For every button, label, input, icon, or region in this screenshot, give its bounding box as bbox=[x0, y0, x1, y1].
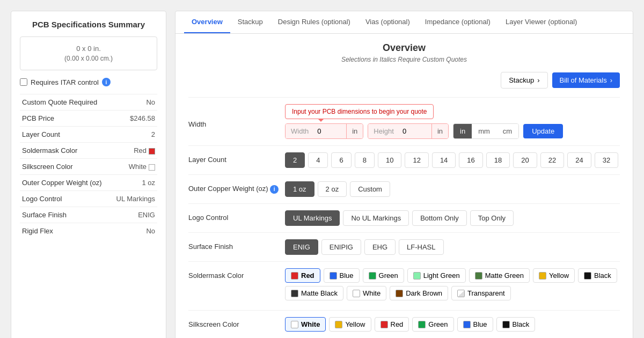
soldermask-red-button[interactable]: Red bbox=[285, 268, 320, 283]
soldermask-matte-green-button[interactable]: Matte Green bbox=[469, 268, 530, 283]
soldermask-row2: Matte Black White Dark Brown Transparent bbox=[285, 286, 620, 300]
layer-count-14-button[interactable]: 14 bbox=[432, 152, 456, 168]
silkscreen-yellow-button[interactable]: Yellow bbox=[329, 317, 371, 332]
unit-mm-button[interactable]: mm bbox=[472, 124, 496, 138]
summary-value: UL Markings bbox=[111, 191, 157, 207]
surface-finish-options: ENIGENIPIGEHGLF-HASL bbox=[285, 239, 620, 255]
tab-design-rules-(optional)[interactable]: Design Rules (optional) bbox=[270, 11, 358, 33]
silkscreen-label: Silkscreen Color bbox=[188, 317, 285, 328]
summary-label: Outer Copper Weight (oz) bbox=[20, 175, 111, 191]
soldermask-yellow-button[interactable]: Yellow bbox=[533, 268, 575, 283]
surface-finish-label: Surface Finish bbox=[188, 239, 285, 251]
dimension-summary: 0 x 0 in. (0.00 x 0.00 cm.) bbox=[20, 36, 157, 70]
stackup-label: Stackup bbox=[509, 76, 534, 84]
layer-count-22-button[interactable]: 22 bbox=[540, 152, 564, 168]
layer-count-6-button[interactable]: 6 bbox=[331, 152, 351, 168]
summary-label: Layer Count bbox=[20, 127, 111, 143]
copper-info-icon[interactable]: i bbox=[270, 185, 279, 194]
soldermask-row1: Red Blue Green Light Green Matte Green Y… bbox=[285, 268, 620, 283]
width-label: Width bbox=[286, 124, 314, 138]
tab-overview[interactable]: Overview bbox=[184, 11, 230, 33]
stackup-button[interactable]: Stackup › bbox=[501, 72, 547, 89]
overview-content: Overview Selections in Italics Require C… bbox=[175, 34, 633, 338]
layer-count-4-button[interactable]: 4 bbox=[308, 152, 328, 168]
silkscreen-red-button[interactable]: Red bbox=[375, 317, 409, 332]
bom-button[interactable]: Bill of Materials › bbox=[552, 72, 620, 88]
dimension-line2: (0.00 x 0.00 cm.) bbox=[28, 55, 149, 62]
unit-in-button[interactable]: in bbox=[453, 124, 472, 138]
height-input[interactable] bbox=[399, 124, 431, 138]
layer-count-24-button[interactable]: 24 bbox=[567, 152, 591, 168]
soldermask-label: Soldermask Color bbox=[188, 268, 285, 280]
summary-label: PCB Price bbox=[20, 111, 111, 127]
silkscreen-white-button[interactable]: White bbox=[285, 317, 326, 332]
tab-stackup[interactable]: Stackup bbox=[230, 11, 270, 33]
layer-count-20-button[interactable]: 20 bbox=[513, 152, 537, 168]
copper-weight-options: 1 oz2 ozCustom bbox=[285, 181, 620, 197]
summary-label: Silkscreen Color bbox=[20, 159, 111, 175]
soldermask-white-button[interactable]: White bbox=[347, 286, 386, 300]
layer-count-16-button[interactable]: 16 bbox=[459, 152, 482, 168]
update-button[interactable]: Update bbox=[523, 124, 563, 138]
soldermask-black-button[interactable]: Black bbox=[578, 268, 617, 283]
dimensions-controls: Input your PCB dimensions to begin your … bbox=[285, 104, 620, 139]
soldermask-matte-black-button[interactable]: Matte Black bbox=[285, 286, 343, 300]
tab-impedance-(optional)[interactable]: Impedance (optional) bbox=[418, 11, 498, 33]
left-panel: PCB Specifications Summary 0 x 0 in. (0.… bbox=[11, 11, 166, 338]
height-label: Height bbox=[368, 124, 399, 138]
height-unit: in bbox=[431, 124, 448, 138]
layer-count-row: Layer Count 2468101214161820222432 bbox=[188, 145, 620, 174]
soldermask-green-button[interactable]: Green bbox=[363, 268, 404, 283]
height-group: Height in bbox=[368, 123, 449, 139]
tab-layer-viewer-(optional)[interactable]: Layer Viewer (optional) bbox=[498, 11, 584, 33]
copper-Custom-button[interactable]: Custom bbox=[350, 181, 390, 197]
silkscreen-black-button[interactable]: Black bbox=[496, 317, 536, 332]
soldermask-blue-button[interactable]: Blue bbox=[324, 268, 360, 283]
surface-ENIPIG-button[interactable]: ENIPIG bbox=[321, 239, 361, 255]
surface-LF-HASL-button[interactable]: LF-HASL bbox=[399, 239, 443, 255]
layer-count-8-button[interactable]: 8 bbox=[355, 152, 375, 168]
overview-subtitle: Selections in Italics Require Custom Quo… bbox=[188, 56, 620, 63]
bom-chevron-icon: › bbox=[610, 76, 612, 84]
width-input[interactable] bbox=[314, 124, 346, 138]
layer-count-18-button[interactable]: 18 bbox=[486, 152, 510, 168]
stackup-chevron-icon: › bbox=[537, 76, 539, 84]
soldermask-light-green-button[interactable]: Light Green bbox=[407, 268, 466, 283]
surface-EHG-button[interactable]: EHG bbox=[364, 239, 396, 255]
tab-bar: OverviewStackupDesign Rules (optional)Vi… bbox=[175, 11, 633, 34]
layer-count-10-button[interactable]: 10 bbox=[378, 152, 401, 168]
soldermask-controls: Red Blue Green Light Green Matte Green Y… bbox=[285, 268, 620, 304]
copper-2-oz-button[interactable]: 2 oz bbox=[318, 181, 347, 197]
soldermask-row: Soldermask Color Red Blue Green Light Gr… bbox=[188, 261, 620, 310]
soldermask-dark-brown-button[interactable]: Dark Brown bbox=[390, 286, 448, 300]
layer-count-32-button[interactable]: 32 bbox=[595, 152, 618, 168]
summary-value: White bbox=[111, 159, 157, 175]
surface-ENIG-button[interactable]: ENIG bbox=[285, 239, 318, 255]
layer-count-label: Layer Count bbox=[188, 152, 285, 164]
surface-finish-controls: ENIGENIPIGEHGLF-HASL bbox=[285, 239, 620, 255]
dim-row: Width in Height in in mm cm bbox=[285, 123, 620, 139]
summary-value: Red bbox=[111, 143, 157, 159]
copper-1-oz-button[interactable]: 1 oz bbox=[285, 181, 314, 197]
layer-count-2-button[interactable]: 2 bbox=[285, 152, 305, 168]
itar-checkbox[interactable] bbox=[20, 78, 27, 86]
layer-count-12-button[interactable]: 12 bbox=[405, 152, 428, 168]
logo-Bottom-Only-button[interactable]: Bottom Only bbox=[412, 210, 467, 226]
unit-cm-button[interactable]: cm bbox=[496, 124, 518, 138]
copper-weight-row: Outer Copper Weight (oz) i 1 oz2 ozCusto… bbox=[188, 174, 620, 203]
logo-No-UL-Markings-button[interactable]: No UL Markings bbox=[343, 210, 409, 226]
width-unit: in bbox=[346, 124, 363, 138]
itar-info-icon[interactable]: i bbox=[102, 78, 111, 86]
unit-group: in mm cm bbox=[453, 123, 519, 139]
silkscreen-blue-button[interactable]: Blue bbox=[457, 317, 493, 332]
panel-title: PCB Specifications Summary bbox=[20, 20, 157, 29]
overview-title: Overview bbox=[188, 42, 620, 54]
summary-label: Surface Finish bbox=[20, 207, 111, 223]
logo-Top-Only-button[interactable]: Top Only bbox=[470, 210, 514, 226]
tab-vias-(optional)[interactable]: Vias (optional) bbox=[358, 11, 418, 33]
summary-value: ENIG bbox=[111, 207, 157, 223]
soldermask-transparent-button[interactable]: Transparent bbox=[451, 286, 511, 300]
summary-value: 1 oz bbox=[111, 175, 157, 191]
logo-UL-Markings-button[interactable]: UL Markings bbox=[285, 210, 340, 226]
silkscreen-green-button[interactable]: Green bbox=[412, 317, 453, 332]
